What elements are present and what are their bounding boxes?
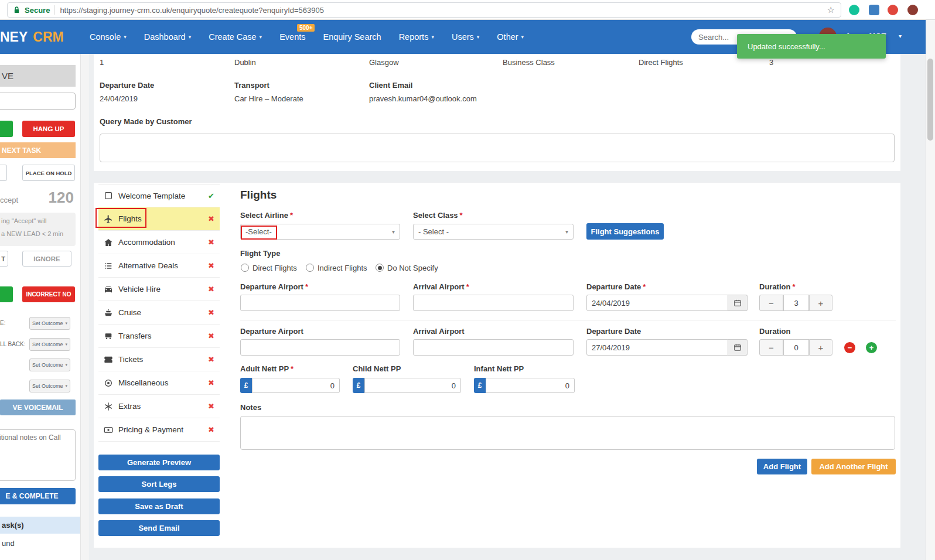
generate-preview-button[interactable]: Generate Preview — [98, 455, 220, 470]
grammarly-extension-icon[interactable] — [849, 5, 859, 15]
class-select[interactable]: - Select -▾ — [413, 224, 574, 240]
nav-item-console[interactable]: Console▾ — [90, 32, 127, 42]
chevron-down-icon: ▾ — [65, 342, 67, 347]
tab-alternative-deals[interactable]: Alternative Deals ✖ — [98, 254, 220, 278]
accept-button-fragment[interactable]: T — [0, 251, 8, 267]
save-as-draft-button[interactable]: Save as Draft — [98, 498, 220, 514]
place-on-hold-button[interactable]: PLACE ON HOLD — [22, 165, 75, 181]
departure-airport-input[interactable] — [240, 295, 400, 311]
calendar-button[interactable] — [728, 295, 748, 311]
brand-left: NEY — [0, 29, 28, 45]
infant-nett-input[interactable] — [486, 378, 575, 393]
extension-icon-maroon[interactable] — [907, 5, 918, 15]
incorrect-no-button[interactable]: INCORRECT NO — [22, 286, 75, 302]
extension-icon-red[interactable] — [888, 5, 898, 15]
tab-miscellaneous[interactable]: Miscellaneous ✖ — [98, 371, 220, 395]
arrival-airport-input-2[interactable] — [413, 339, 574, 356]
ignore-button[interactable]: IGNORE — [22, 251, 71, 267]
set-outcome-select[interactable]: Set Outcome▾ — [29, 317, 70, 330]
extension-icon[interactable] — [869, 5, 879, 15]
radio-label-direct[interactable]: Direct Flights — [252, 264, 297, 272]
correct-no-button-fragment[interactable] — [0, 286, 13, 302]
call-panel: VE HANG UP NEXT TASK PLACE ON HOLD ccept… — [0, 54, 80, 560]
required-marker: * — [305, 282, 308, 291]
query-textarea[interactable] — [100, 134, 895, 162]
required-marker: * — [460, 211, 463, 220]
tab-transfers[interactable]: Transfers ✖ — [98, 325, 220, 348]
nav-item-dashboard[interactable]: Dashboard▾ — [144, 32, 191, 42]
tab-welcome-template[interactable]: Welcome Template ✔ — [98, 184, 220, 207]
nav-item-enquiry-search[interactable]: Enquiry Search — [323, 32, 381, 42]
brand-logo[interactable]: NEY CRM — [0, 20, 64, 54]
radio-do-not-specify[interactable] — [376, 264, 384, 272]
chevron-down-icon: ▾ — [189, 34, 192, 40]
x-icon: ✖ — [208, 308, 214, 317]
radio-label-do-not-specify[interactable]: Do Not Specify — [387, 264, 438, 272]
field-label-client-email: Client Email — [369, 81, 412, 90]
tab-tickets[interactable]: Tickets ✖ — [98, 348, 220, 371]
enquiry-cell: Business Class — [503, 58, 555, 67]
airline-select[interactable]: -Select-▾ — [240, 224, 400, 240]
tab-extras[interactable]: Extras ✖ — [98, 395, 220, 418]
bookmark-star-icon[interactable]: ☆ — [827, 5, 835, 15]
page-scrollbar-thumb[interactable] — [927, 59, 933, 141]
set-outcome-select[interactable]: Set Outcome▾ — [29, 358, 70, 371]
nav-item-users[interactable]: Users▾ — [452, 32, 479, 42]
transfer-button-fragment[interactable] — [0, 165, 7, 181]
leave-voicemail-button[interactable]: VE VOICEMAIL — [0, 399, 76, 415]
set-outcome-select[interactable]: Set Outcome▾ — [29, 338, 70, 351]
required-marker: * — [290, 211, 293, 220]
add-leg-button[interactable]: + — [866, 342, 877, 353]
infant-nett-label: Infant Nett PP — [474, 364, 524, 373]
duration-plus-button-2[interactable]: + — [809, 339, 832, 356]
add-flight-button[interactable]: Add Flight — [757, 459, 807, 474]
chevron-down-icon: ▾ — [431, 34, 434, 40]
chevron-down-icon: ▾ — [260, 34, 262, 40]
sort-legs-button[interactable]: Sort Legs — [98, 476, 220, 492]
departure-airport-input-2[interactable] — [240, 339, 400, 356]
departure-date-input-2[interactable] — [586, 339, 728, 356]
flight-suggestions-button[interactable]: Flight Suggestions — [586, 223, 664, 240]
x-icon: ✖ — [208, 332, 214, 340]
tab-pricing-payment[interactable]: Pricing & Payment ✖ — [98, 418, 220, 442]
departure-date-input[interactable] — [586, 295, 728, 311]
duration-value[interactable] — [783, 295, 809, 311]
set-outcome-select[interactable]: Set Outcome▾ — [29, 380, 70, 392]
duration-minus-button-2[interactable]: − — [759, 339, 783, 356]
url-text[interactable]: https://staging.journey-crm.co.uk/enquir… — [60, 6, 822, 15]
calendar-button[interactable] — [728, 339, 748, 356]
adult-nett-input[interactable] — [252, 378, 340, 393]
add-another-flight-button[interactable]: Add Another Flight — [811, 459, 896, 474]
radio-label-indirect[interactable]: Indirect Flights — [318, 264, 367, 272]
nav-item-create-case[interactable]: Create Case▾ — [209, 32, 262, 42]
chevron-down-icon[interactable]: ▾ — [899, 33, 902, 39]
nav-item-events[interactable]: Events500+ — [279, 32, 305, 42]
save-complete-button[interactable]: E & COMPLETE — [0, 488, 76, 504]
tab-cruise[interactable]: Cruise ✖ — [98, 301, 220, 325]
child-nett-input[interactable] — [364, 378, 461, 393]
ticket-icon — [104, 355, 113, 364]
flight-notes-textarea[interactable] — [240, 416, 895, 450]
tab-accommodation[interactable]: Accommodation ✖ — [98, 231, 220, 254]
x-icon: ✖ — [208, 378, 214, 387]
send-email-button[interactable]: Send Email — [98, 520, 220, 536]
duration-minus-button[interactable]: − — [759, 295, 783, 311]
call-notes-textarea[interactable] — [0, 429, 76, 481]
call-panel-input[interactable] — [0, 93, 76, 110]
accept-call-button-fragment[interactable] — [0, 121, 13, 137]
nav-item-other[interactable]: Other▾ — [497, 32, 524, 42]
radio-indirect-flights[interactable] — [306, 264, 314, 272]
tab-vehicle-hire[interactable]: Vehicle Hire ✖ — [98, 278, 220, 301]
radio-direct-flights[interactable] — [241, 264, 249, 272]
url-bar[interactable]: Secure https://staging.journey-crm.co.uk… — [7, 2, 841, 18]
duration-plus-button[interactable]: + — [809, 295, 832, 311]
hang-up-button[interactable]: HANG UP — [22, 121, 75, 137]
tab-flights[interactable]: Flights ✖ — [98, 207, 220, 231]
departure-airport-label: Departure Airport* — [240, 282, 308, 291]
nav-item-reports[interactable]: Reports▾ — [399, 32, 434, 42]
arrival-airport-input[interactable] — [413, 295, 574, 311]
accept-note-line2: a NEW LEAD < 2 min — [1, 230, 63, 237]
remove-leg-button[interactable]: − — [844, 342, 855, 353]
sidebar-scrollbar[interactable] — [80, 54, 89, 560]
duration-value-2[interactable] — [783, 339, 809, 356]
